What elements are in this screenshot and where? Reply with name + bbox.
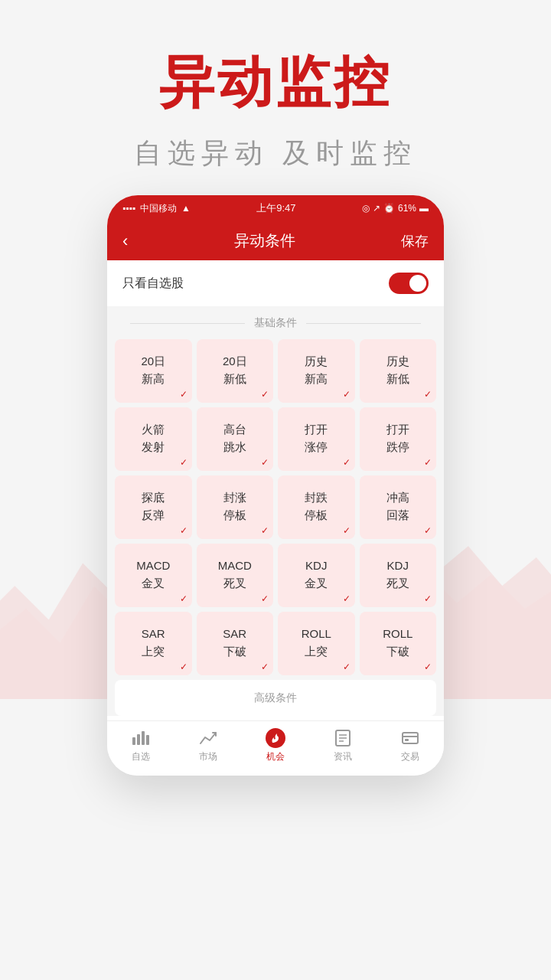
advanced-label: 高级条件	[254, 691, 297, 704]
carrier-name: 中国移动	[140, 202, 177, 215]
conditions-grid-container: 20日 新高20日 新低历史 新高历史 新低火箭 发射高台 跳水打开 涨停打开 …	[107, 339, 444, 675]
condition-item-1-3[interactable]: 打开 跌停	[360, 407, 437, 471]
tab-item-news-icon[interactable]: 资讯	[309, 729, 377, 763]
status-time: 上午9:47	[256, 201, 295, 215]
status-left: ▪▪▪▪ 中国移动 ▲	[122, 202, 191, 215]
watchlist-toggle-row: 只看自选股	[107, 260, 444, 306]
tab-item-opportunity-icon[interactable]: 机会	[242, 729, 309, 763]
condition-item-1-0[interactable]: 火箭 发射	[115, 407, 192, 471]
battery-level: 61%	[398, 203, 416, 214]
nav-title: 异动条件	[234, 230, 295, 251]
condition-item-1-2[interactable]: 打开 涨停	[278, 407, 355, 471]
condition-text-4-2: ROLL 上突	[302, 626, 331, 660]
grid-row-3: MACD 金叉MACD 死叉KDJ 金叉KDJ 死叉	[107, 544, 444, 607]
condition-text-0-2: 历史 新高	[305, 353, 328, 387]
condition-item-2-0[interactable]: 探底 反弹	[115, 475, 192, 539]
signal-bars: ▪▪▪▪	[122, 203, 135, 214]
arrow-icon: ↗	[373, 203, 380, 214]
toggle-label: 只看自选股	[122, 276, 184, 292]
condition-item-2-1[interactable]: 封涨 停板	[197, 475, 274, 539]
grid-row-2: 探底 反弹封涨 停板封跌 停板冲高 回落	[107, 475, 444, 539]
tab-label-3: 资讯	[334, 750, 352, 763]
condition-item-4-0[interactable]: SAR 上突	[115, 612, 192, 675]
tab-label-2: 机会	[266, 750, 285, 763]
news-icon	[332, 729, 354, 747]
basic-section-label: 基础条件	[245, 316, 306, 328]
svg-rect-0	[132, 737, 135, 745]
hero-title: 异动监控	[15, 46, 536, 119]
tab-label-0: 自选	[132, 750, 150, 763]
location-icon: ◎	[362, 203, 370, 214]
condition-text-1-1: 高台 跳水	[223, 421, 246, 456]
market-icon	[197, 729, 219, 747]
condition-text-2-3: 冲高 回落	[386, 489, 409, 524]
condition-item-1-1[interactable]: 高台 跳水	[197, 407, 274, 471]
tab-label-4: 交易	[401, 750, 419, 763]
svg-rect-1	[137, 734, 140, 745]
opportunity-icon	[265, 729, 286, 747]
hero-subtitle: 自选异动 及时监控	[15, 135, 536, 172]
tab-item-market-icon[interactable]: 市场	[174, 729, 242, 763]
condition-item-3-1[interactable]: MACD 死叉	[197, 544, 274, 607]
condition-item-4-2[interactable]: ROLL 上突	[278, 612, 355, 675]
condition-text-0-0: 20日 新高	[141, 353, 165, 387]
status-right: ◎ ↗ ⏰ 61% ▬	[362, 203, 429, 214]
phone-mockup: ▪▪▪▪ 中国移动 ▲ 上午9:47 ◎ ↗ ⏰ 61% ▬ ‹ 异动条件 保存…	[107, 195, 444, 776]
alarm-icon: ⏰	[383, 203, 395, 214]
condition-item-2-2[interactable]: 封跌 停板	[278, 475, 355, 539]
condition-text-2-1: 封涨 停板	[223, 489, 246, 524]
hero-section: 异动监控 自选异动 及时监控	[0, 0, 551, 195]
condition-text-4-1: SAR 下破	[223, 626, 246, 660]
svg-rect-9	[403, 733, 418, 743]
condition-item-0-0[interactable]: 20日 新高	[115, 339, 192, 403]
grid-row-1: 火箭 发射高台 跳水打开 涨停打开 跌停	[107, 407, 444, 471]
status-bar: ▪▪▪▪ 中国移动 ▲ 上午9:47 ◎ ↗ ⏰ 61% ▬	[107, 195, 444, 221]
condition-item-4-3[interactable]: ROLL 下破	[360, 612, 437, 675]
battery-icon: ▬	[419, 203, 429, 214]
condition-text-0-1: 20日 新低	[223, 353, 247, 387]
phone-wrapper: ▪▪▪▪ 中国移动 ▲ 上午9:47 ◎ ↗ ⏰ 61% ▬ ‹ 异动条件 保存…	[0, 195, 551, 776]
save-button[interactable]: 保存	[401, 232, 429, 250]
condition-item-3-0[interactable]: MACD 金叉	[115, 544, 192, 607]
svg-rect-2	[142, 731, 145, 745]
content-area: 只看自选股 基础条件 20日 新高20日 新低历史 新高历史 新低火箭 发射高台…	[107, 260, 444, 716]
condition-text-1-3: 打开 跌停	[386, 421, 409, 456]
condition-item-3-3[interactable]: KDJ 死叉	[360, 544, 437, 607]
condition-text-3-0: MACD 金叉	[136, 557, 170, 592]
condition-text-4-3: ROLL 下破	[383, 626, 412, 660]
condition-text-3-2: KDJ 金叉	[305, 557, 328, 592]
condition-text-2-2: 封跌 停板	[305, 489, 328, 524]
svg-rect-3	[146, 735, 149, 745]
basic-section-divider: 基础条件	[107, 306, 444, 339]
back-button[interactable]: ‹	[122, 231, 128, 251]
advanced-section: 高级条件	[115, 680, 436, 716]
condition-item-0-1[interactable]: 20日 新低	[197, 339, 274, 403]
condition-text-3-1: MACD 死叉	[218, 557, 252, 592]
wifi-icon: ▲	[181, 203, 191, 214]
toggle-switch[interactable]	[389, 273, 429, 294]
condition-text-2-0: 探底 反弹	[142, 489, 165, 524]
condition-text-1-2: 打开 涨停	[305, 421, 328, 456]
condition-item-2-3[interactable]: 冲高 回落	[360, 475, 437, 539]
nav-bar: ‹ 异动条件 保存	[107, 221, 444, 260]
condition-item-0-2[interactable]: 历史 新高	[278, 339, 355, 403]
condition-text-0-3: 历史 新低	[386, 353, 409, 387]
grid-row-0: 20日 新高20日 新低历史 新高历史 新低	[107, 339, 444, 403]
condition-text-4-0: SAR 上突	[142, 626, 165, 660]
trade-icon	[399, 729, 421, 747]
condition-item-3-2[interactable]: KDJ 金叉	[278, 544, 355, 607]
condition-item-0-3[interactable]: 历史 新低	[360, 339, 437, 403]
condition-item-4-1[interactable]: SAR 下破	[197, 612, 274, 675]
tab-bar: 自选市场机会资讯交易	[107, 720, 444, 776]
tab-item-watchlist-icon[interactable]: 自选	[107, 729, 174, 763]
condition-text-3-3: KDJ 死叉	[386, 557, 409, 592]
svg-rect-11	[405, 739, 409, 741]
condition-text-1-0: 火箭 发射	[142, 421, 165, 456]
grid-row-4: SAR 上突SAR 下破ROLL 上突ROLL 下破	[107, 612, 444, 675]
tab-label-1: 市场	[199, 750, 217, 763]
watchlist-icon	[130, 729, 152, 747]
tab-item-trade-icon[interactable]: 交易	[377, 729, 444, 763]
